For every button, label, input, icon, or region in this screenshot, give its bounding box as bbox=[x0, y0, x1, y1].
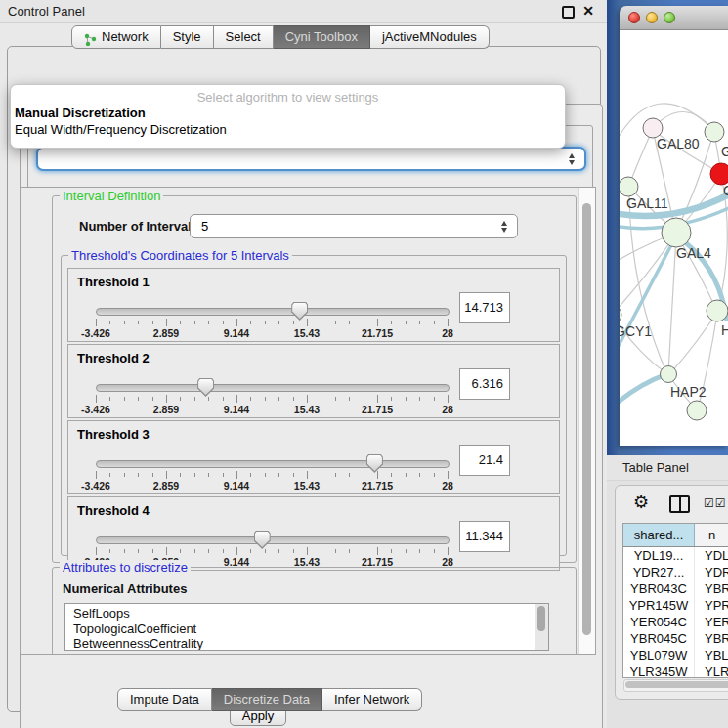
combo-spinner-icon bbox=[568, 153, 576, 165]
tab-discretize-data[interactable]: Discretize Data bbox=[212, 688, 322, 711]
top-tabbar: Network Style Select Cyni Toolbox jActiv… bbox=[71, 25, 490, 49]
node-hap2 bbox=[661, 366, 677, 383]
tab-style[interactable]: Style bbox=[161, 25, 214, 49]
node-gal4 bbox=[662, 218, 691, 247]
numerical-attributes-list[interactable]: SelfLoops TopologicalCoefficient Between… bbox=[64, 603, 549, 651]
gear-icon[interactable]: ⚙ bbox=[633, 493, 649, 511]
numerical-attributes-label: Numerical Attributes bbox=[63, 581, 187, 596]
list-scrollbar[interactable] bbox=[535, 604, 548, 650]
threshold-label: Threshold 1 bbox=[77, 275, 150, 289]
node-gal80 bbox=[643, 118, 663, 138]
float-window-icon[interactable] bbox=[562, 6, 575, 19]
column-header-shared-name[interactable]: shared... bbox=[623, 524, 695, 546]
tab-select[interactable]: Select bbox=[214, 25, 274, 49]
list-scrollbar-thumb[interactable] bbox=[537, 606, 545, 631]
network-window-titlebar[interactable] bbox=[620, 6, 728, 30]
checkbox-icons[interactable]: ☑☑ bbox=[704, 496, 727, 510]
interval-definition-group: Interval Definition Number of Intervals … bbox=[52, 195, 577, 563]
attributes-group: Attributes to discretize Numerical Attri… bbox=[52, 567, 577, 655]
threshold-value-field[interactable]: 21.4 bbox=[459, 445, 510, 476]
threshold-slider[interactable] bbox=[96, 536, 450, 544]
close-traffic-light-icon[interactable] bbox=[628, 12, 640, 23]
table-row[interactable]: YBR045C YBR0 bbox=[623, 630, 728, 647]
close-icon[interactable]: ✕ bbox=[582, 3, 594, 19]
settings-viewport: Interval Definition Number of Intervals … bbox=[21, 187, 596, 655]
node-gcy1 bbox=[620, 305, 621, 324]
threshold-panel: Threshold 2 -3.4262.8599.14415.4321.7152… bbox=[67, 344, 560, 418]
attributes-group-title: Attributes to discretize bbox=[60, 560, 191, 575]
attribute-list-item[interactable]: TopologicalCoefficient bbox=[65, 621, 548, 637]
threshold-label: Threshold 4 bbox=[77, 503, 150, 518]
table-horizontal-scrollbar[interactable] bbox=[623, 679, 728, 692]
minimize-traffic-light-icon[interactable] bbox=[646, 12, 658, 23]
tab-jactivemnodules[interactable]: jActiveMNodules bbox=[370, 25, 490, 49]
thresholds-group: Threshold's Coordinates for 5 Intervals … bbox=[61, 255, 567, 556]
column-header-name[interactable]: n bbox=[695, 524, 728, 546]
threshold-value-field[interactable]: 11.344 bbox=[459, 521, 510, 552]
algorithm-popup: Select algorithm to view settings Manual… bbox=[10, 84, 566, 149]
table-header-row: shared... n bbox=[623, 524, 728, 547]
number-of-intervals-value: 5 bbox=[201, 219, 208, 234]
threshold-slider[interactable] bbox=[96, 384, 450, 392]
network-frame: GAL80GACGAL11GAL4GCY1HHAP2 bbox=[607, 0, 728, 455]
attribute-list-item[interactable]: SelfLoops bbox=[65, 606, 548, 621]
threshold-value-field[interactable]: 6.316 bbox=[459, 368, 510, 400]
network-icon bbox=[84, 31, 97, 44]
table-row[interactable]: YDR27... YDR2 bbox=[623, 564, 728, 580]
table-row[interactable]: YPR145W YPR1 bbox=[623, 597, 728, 614]
popup-item-equal-width-frequency[interactable]: Equal Width/Frequency Discretization bbox=[11, 121, 565, 138]
settings-scrollbar[interactable] bbox=[578, 188, 595, 654]
node-table[interactable]: shared... n YDL19... YDL1 YDR27... YDR2 … bbox=[622, 523, 728, 678]
node-right-mid bbox=[707, 300, 728, 321]
table-row[interactable]: YBL079W YBL0 bbox=[623, 647, 728, 664]
interval-definition-title: Interval Definition bbox=[60, 189, 163, 203]
slider-tick-labels: -3.4262.8599.14415.4321.71528 bbox=[96, 480, 448, 492]
threshold-label: Threshold 3 bbox=[77, 427, 150, 442]
node-gal11 bbox=[620, 177, 638, 196]
bottom-tabbar: Impute Data Discretize Data Infer Networ… bbox=[117, 688, 422, 711]
threshold-slider[interactable] bbox=[96, 308, 450, 316]
slider-tick-labels: -3.4262.8599.14415.4321.71528 bbox=[96, 404, 448, 416]
threshold-panel: Threshold 3 -3.4262.8599.14415.4321.7152… bbox=[67, 420, 560, 494]
popup-hint: Select algorithm to view settings bbox=[11, 85, 565, 105]
table-row[interactable]: YBR043C YBR0 bbox=[623, 580, 728, 597]
node-bottom bbox=[687, 401, 707, 420]
table-panel-header: Table Panel bbox=[607, 455, 728, 481]
attribute-list-item[interactable]: BetweennessCentrality bbox=[65, 636, 548, 651]
tab-infer-network[interactable]: Infer Network bbox=[322, 688, 422, 711]
thresholds-group-title: Threshold's Coordinates for 5 Intervals bbox=[68, 248, 292, 263]
settings-scrollbar-thumb[interactable] bbox=[582, 203, 591, 635]
table-row[interactable]: YDL19... YDL1 bbox=[623, 547, 728, 564]
threshold-value-field[interactable]: 14.713 bbox=[459, 292, 510, 323]
threshold-list: Threshold 1 -3.4262.8599.14415.4321.7152… bbox=[67, 268, 560, 571]
number-of-intervals-label: Number of Intervals bbox=[79, 219, 198, 234]
columns-icon[interactable] bbox=[669, 495, 690, 513]
table-row[interactable]: YER054C YER0 bbox=[623, 614, 728, 630]
threshold-panel: Threshold 1 -3.4262.8599.14415.4321.7152… bbox=[67, 268, 560, 342]
zoom-traffic-light-icon[interactable] bbox=[664, 12, 675, 23]
node-red bbox=[710, 163, 728, 185]
control-panel-titlebar: Control Panel ✕ bbox=[0, 0, 607, 23]
slider-tick-labels: -3.4262.8599.14415.4321.71528 bbox=[96, 327, 448, 340]
table-scrollbar-thumb[interactable] bbox=[625, 681, 728, 688]
tab-cyni-toolbox[interactable]: Cyni Toolbox bbox=[274, 25, 370, 49]
tab-network[interactable]: Network bbox=[71, 25, 161, 49]
network-window[interactable]: GAL80GACGAL11GAL4GCY1HHAP2 bbox=[620, 6, 728, 446]
network-canvas[interactable]: GAL80GACGAL11GAL4GCY1HHAP2 bbox=[620, 30, 728, 446]
table-row[interactable]: YLR345W YLR3 bbox=[623, 664, 728, 678]
algorithm-combobox[interactable] bbox=[36, 147, 586, 171]
panel-title: Control Panel bbox=[8, 4, 85, 19]
table-panel-title: Table Panel bbox=[622, 460, 689, 475]
popup-item-manual-discretization[interactable]: Manual Discretization bbox=[11, 105, 565, 121]
table-panel: ⚙ ☑☑ shared... n YDL19... YDL1 YDR27... … bbox=[615, 485, 728, 700]
tab-impute-data[interactable]: Impute Data bbox=[117, 688, 212, 711]
combo-spinner-icon bbox=[500, 221, 508, 233]
threshold-slider[interactable] bbox=[96, 460, 450, 468]
threshold-label: Threshold 2 bbox=[77, 351, 150, 365]
node-top-right bbox=[705, 122, 724, 142]
number-of-intervals-combobox[interactable]: 5 bbox=[190, 214, 518, 238]
